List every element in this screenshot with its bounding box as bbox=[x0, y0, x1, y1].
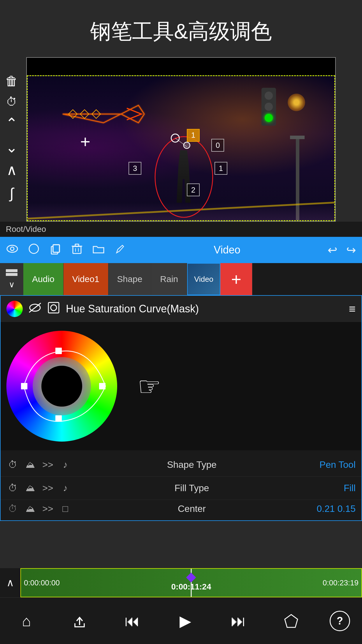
color-wheel-container[interactable] bbox=[6, 331, 117, 442]
video-thumb: Video bbox=[188, 263, 220, 295]
svg-rect-23 bbox=[99, 383, 106, 389]
prop-icon-music2: ♪ bbox=[59, 483, 72, 494]
video-outer: + 1 0 3 1 2 bbox=[26, 57, 336, 222]
folder-icon[interactable] bbox=[92, 242, 105, 258]
prop-icon-ff3: >> bbox=[41, 503, 54, 514]
tab-audio[interactable]: Audio bbox=[23, 263, 64, 295]
timeline-end-time: 0:00:23:19 bbox=[323, 578, 359, 587]
cursor-cross: + bbox=[80, 133, 90, 150]
prop-icon-ff1: >> bbox=[41, 459, 54, 470]
control-box-2[interactable]: 2 bbox=[187, 183, 200, 196]
up-chevron-icon[interactable]: ⌃ bbox=[6, 116, 18, 131]
color-panel-header: Hue Saturation Curve(Mask) ≡ bbox=[1, 296, 361, 322]
svg-point-3 bbox=[184, 142, 190, 148]
play-button[interactable]: ▶ bbox=[171, 606, 200, 636]
pen-icon[interactable] bbox=[114, 242, 126, 258]
prop-value-shape-type[interactable]: Pen Tool bbox=[312, 459, 356, 470]
control-box-1[interactable]: 1 bbox=[215, 162, 227, 175]
tab-audio-label: Audio bbox=[32, 274, 55, 284]
tab-video-label: Video bbox=[194, 275, 213, 284]
svg-rect-25 bbox=[55, 415, 62, 422]
tab-shape[interactable]: Shape bbox=[108, 263, 152, 295]
eye-icon[interactable] bbox=[6, 242, 19, 258]
svg-rect-20 bbox=[48, 302, 59, 313]
property-row-center: ⏱ ⛰ >> □ Center 0.21 0.15 bbox=[1, 500, 361, 517]
left-toolbar: 🗑 ⏱ ⌃ ⌃ ∧ ∫ bbox=[0, 57, 23, 201]
prop-value-fill-type[interactable]: Fill bbox=[312, 483, 356, 494]
tab-add-button[interactable]: + bbox=[220, 263, 252, 295]
timer-icon[interactable]: ⏱ bbox=[6, 96, 17, 107]
prop-icon-timer2: ⏱ bbox=[6, 483, 19, 494]
prop-icon-image2: ⛰ bbox=[24, 483, 37, 494]
svg-point-6 bbox=[29, 244, 38, 253]
svg-rect-17 bbox=[6, 273, 17, 276]
mask-icon[interactable] bbox=[47, 301, 60, 317]
svg-point-21 bbox=[51, 305, 57, 311]
timeline-current-marker: 0:00:11:24 bbox=[171, 574, 211, 592]
tab-shape-label: Shape bbox=[117, 274, 143, 284]
property-row-shape-type: ⏱ ⛰ >> ♪ Shape Type Pen Tool bbox=[1, 453, 361, 477]
redo-button[interactable]: ↪ bbox=[346, 243, 356, 257]
share-button[interactable] bbox=[65, 606, 94, 636]
prop-icon-timer1: ⏱ bbox=[6, 459, 19, 470]
svg-rect-12 bbox=[75, 244, 79, 246]
circle-icon[interactable] bbox=[27, 242, 40, 258]
color-panel: Hue Saturation Curve(Mask) ≡ ☞ bbox=[0, 295, 362, 521]
svg-rect-22 bbox=[55, 348, 62, 354]
prev-button[interactable]: ⏮ bbox=[118, 606, 147, 636]
wave-icon[interactable]: ∫ bbox=[10, 186, 14, 201]
color-wheel-area: ☞ bbox=[1, 322, 361, 450]
tab-video1[interactable]: Video1 bbox=[64, 263, 108, 295]
tab-rain[interactable]: Rain bbox=[151, 263, 187, 295]
delete-icon[interactable]: 🗑 bbox=[5, 75, 18, 88]
svg-point-4 bbox=[7, 245, 17, 252]
prop-value-center[interactable]: 0.21 0.15 bbox=[312, 503, 356, 514]
cursor-pointer-icon: ☞ bbox=[138, 371, 161, 402]
svg-rect-24 bbox=[21, 383, 27, 389]
prop-label-center: Center bbox=[76, 503, 307, 514]
bottom-nav: ⌂ ⏮ ▶ ⏭ ? bbox=[0, 597, 362, 644]
toolbar-label: Video bbox=[135, 244, 319, 256]
color-panel-title: Hue Saturation Curve(Mask) bbox=[66, 303, 343, 315]
timeline-expand-button[interactable]: ∧ bbox=[0, 568, 20, 597]
properties-section: ⏱ ⛰ >> ♪ Shape Type Pen Tool ⏱ ⛰ >> ♪ Fi… bbox=[1, 450, 361, 520]
tab-video1-label: Video1 bbox=[72, 274, 99, 284]
video-preview[interactable]: + 1 0 3 1 2 bbox=[27, 75, 335, 221]
control-box-3[interactable]: 3 bbox=[129, 162, 141, 175]
prop-icon-timer3: ⏱ bbox=[6, 503, 19, 514]
undo-button[interactable]: ↩ bbox=[328, 243, 338, 257]
breadcrumb: Root/Video bbox=[0, 222, 362, 237]
home-button[interactable]: ⌂ bbox=[12, 606, 41, 636]
prop-icon-music1: ♪ bbox=[59, 459, 72, 470]
prop-label-shape-type: Shape Type bbox=[76, 459, 307, 470]
prop-icon-image3: ⛰ bbox=[24, 503, 37, 514]
timeline-current-time: 0:00:11:24 bbox=[171, 582, 211, 592]
svg-point-5 bbox=[10, 247, 14, 251]
color-wheel-icon[interactable] bbox=[6, 301, 23, 317]
copy-icon[interactable] bbox=[49, 242, 62, 258]
timeline-diamond bbox=[186, 573, 196, 582]
control-box-1-orange[interactable]: 1 bbox=[187, 129, 200, 142]
svg-rect-10 bbox=[73, 246, 81, 253]
prop-icon-sq3: □ bbox=[59, 503, 72, 514]
help-button[interactable]: ? bbox=[330, 611, 350, 631]
diamond-button[interactable] bbox=[277, 606, 306, 636]
page-title: 钢笔工具&高级调色 bbox=[0, 0, 362, 57]
control-box-0[interactable]: 0 bbox=[211, 139, 224, 152]
property-row-fill-type: ⏱ ⛰ >> ♪ Fill Type Fill bbox=[1, 477, 361, 500]
timeline-track[interactable]: 0:00:00:00 0:00:11:24 0:00:23:19 bbox=[20, 568, 362, 597]
tab-video-selected[interactable]: Video bbox=[187, 263, 220, 295]
track-list-icon[interactable]: ∨ bbox=[0, 263, 23, 295]
prop-icon-image1: ⛰ bbox=[24, 459, 37, 470]
prop-label-fill-type: Fill Type bbox=[76, 483, 307, 494]
svg-rect-8 bbox=[53, 245, 59, 252]
pause-step-button[interactable]: ⏭ bbox=[224, 606, 253, 636]
arc-icon[interactable]: ⌃ bbox=[6, 139, 18, 154]
video-section: 🗑 ⏱ ⌃ ⌃ ∧ ∫ bbox=[26, 57, 336, 222]
panel-menu-icon[interactable]: ≡ bbox=[349, 302, 356, 316]
visibility-icon[interactable] bbox=[29, 302, 41, 316]
svg-point-0 bbox=[155, 136, 213, 217]
tab-rain-label: Rain bbox=[160, 274, 178, 284]
toolbar-delete-icon[interactable] bbox=[71, 242, 83, 258]
peak-icon[interactable]: ∧ bbox=[6, 163, 17, 177]
